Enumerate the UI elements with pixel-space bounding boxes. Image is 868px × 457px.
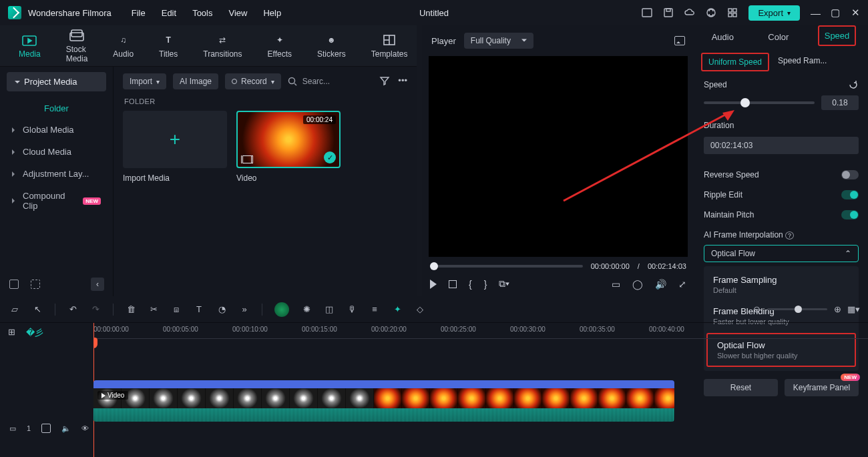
uniform-speed-tab[interactable]: Uniform Speed bbox=[701, 53, 769, 71]
cloud-icon[interactable] bbox=[684, 7, 695, 18]
view-mode-icon[interactable]: ▦▾ bbox=[848, 304, 859, 315]
reverse-toggle[interactable] bbox=[841, 170, 859, 179]
pitch-toggle[interactable] bbox=[841, 210, 859, 219]
keyframe-tool-icon[interactable]: ◇ bbox=[415, 304, 425, 315]
interp-dropdown[interactable]: Optical Flow⌃ bbox=[704, 245, 859, 262]
tab-stock-media[interactable]: Stock Media bbox=[66, 29, 88, 63]
zoom-out-icon[interactable]: ⊖ bbox=[753, 304, 761, 314]
menu-view[interactable]: View bbox=[228, 8, 247, 18]
split-icon[interactable]: ✂ bbox=[148, 304, 159, 315]
crop-icon[interactable]: ⧉▾ bbox=[499, 278, 509, 290]
window-minimize[interactable]: — bbox=[811, 7, 820, 19]
track-mute-icon[interactable]: 🔈 bbox=[61, 424, 71, 433]
panel-tab-speed[interactable]: Speed bbox=[818, 25, 857, 46]
more-icon[interactable]: ••• bbox=[398, 75, 407, 88]
new-bin-icon[interactable] bbox=[31, 280, 40, 289]
mark-out-icon[interactable]: } bbox=[484, 279, 487, 290]
speed-slider[interactable] bbox=[704, 101, 815, 104]
marker-tool-icon[interactable]: ✦ bbox=[392, 304, 403, 315]
menu-help[interactable]: Help bbox=[263, 8, 281, 18]
fullscreen-icon[interactable]: ⤢ bbox=[678, 279, 686, 290]
stop-button[interactable] bbox=[449, 280, 457, 288]
speed-tool-icon[interactable]: ◔ bbox=[216, 304, 227, 315]
import-dropdown[interactable]: Import▾ bbox=[123, 73, 166, 89]
crop-tool-icon[interactable]: ⧆ bbox=[171, 304, 182, 315]
sidebar-cloud-media[interactable]: Cloud Media bbox=[0, 141, 113, 163]
audio-tool-icon[interactable]: 🎙 bbox=[347, 304, 357, 315]
mark-in-icon[interactable]: { bbox=[469, 279, 472, 290]
color-tool-icon[interactable]: ✺ bbox=[301, 304, 312, 315]
preview-viewport[interactable] bbox=[429, 56, 688, 257]
speed-label: Speed bbox=[704, 80, 727, 89]
menu-file[interactable]: File bbox=[132, 8, 146, 18]
delete-icon[interactable]: 🗑 bbox=[126, 304, 136, 315]
track-lock-icon[interactable] bbox=[41, 424, 51, 433]
camera-icon[interactable]: ◯ bbox=[632, 279, 643, 290]
support-icon[interactable] bbox=[706, 7, 716, 18]
zoom-slider[interactable] bbox=[767, 308, 827, 310]
add-track-icon[interactable]: ⊞ bbox=[8, 327, 15, 339]
playback-scrubber[interactable] bbox=[430, 265, 583, 268]
project-media-dropdown[interactable]: Project Media bbox=[7, 72, 106, 91]
text-tool-icon[interactable]: T bbox=[194, 304, 204, 315]
tab-templates[interactable]: Templates bbox=[371, 33, 408, 59]
quality-select[interactable]: Full Quality bbox=[464, 33, 533, 49]
link-icon[interactable]: �彡 bbox=[26, 327, 43, 339]
speed-value[interactable]: 0.18 bbox=[821, 95, 859, 110]
menu-edit[interactable]: Edit bbox=[162, 8, 176, 18]
tab-titles[interactable]: TTitles bbox=[159, 33, 178, 59]
menu-bar: File Edit Tools View Help bbox=[132, 8, 281, 18]
window-maximize[interactable]: ▢ bbox=[831, 7, 840, 19]
video-thumbnail[interactable]: 00:00:24 ✓ bbox=[236, 111, 341, 168]
panel-tab-color[interactable]: Color bbox=[763, 28, 794, 46]
video-clip[interactable]: Video bbox=[93, 380, 674, 422]
folder-selected[interactable]: Folder bbox=[0, 97, 113, 119]
pointer-tool-icon[interactable]: ▱ bbox=[9, 304, 20, 315]
menu-tools[interactable]: Tools bbox=[192, 8, 212, 18]
timeline-tracks[interactable]: 00:00:00:00 00:00:05:00 00:00:10:00 00:0… bbox=[93, 323, 868, 457]
more-tools-icon[interactable]: » bbox=[239, 304, 250, 315]
reset-speed-icon[interactable] bbox=[848, 79, 859, 90]
display-icon[interactable]: ▭ bbox=[612, 279, 620, 290]
mask-tool-icon[interactable]: ◫ bbox=[324, 304, 335, 315]
track-visibility-icon[interactable]: 👁 bbox=[81, 424, 89, 432]
collapse-sidebar[interactable]: ‹ bbox=[91, 278, 104, 291]
window-close[interactable]: ✕ bbox=[851, 7, 860, 19]
import-media-tile[interactable]: + bbox=[123, 111, 227, 168]
track-video-icon[interactable]: ▭ bbox=[9, 424, 16, 433]
filter-icon[interactable] bbox=[379, 75, 390, 88]
duration-value[interactable]: 00:02:14:03 bbox=[704, 137, 859, 154]
align-tool-icon[interactable]: ≡ bbox=[369, 304, 380, 315]
sidebar-compound-clip[interactable]: Compound ClipNEW bbox=[0, 185, 113, 217]
tab-stickers[interactable]: ☻Stickers bbox=[317, 33, 346, 59]
speed-ramp-tab[interactable]: Speed Ram... bbox=[772, 53, 833, 71]
panel-tab-audio[interactable]: Audio bbox=[706, 28, 739, 46]
play-button[interactable] bbox=[430, 280, 437, 289]
snapshot-icon[interactable] bbox=[674, 36, 685, 45]
export-button[interactable]: Export▾ bbox=[748, 5, 800, 21]
ai-tool-icon[interactable] bbox=[274, 302, 289, 317]
record-dropdown[interactable]: Record▾ bbox=[225, 73, 281, 89]
save-icon[interactable] bbox=[663, 7, 674, 18]
new-folder-icon[interactable] bbox=[9, 280, 19, 289]
ripple-toggle[interactable] bbox=[841, 190, 859, 199]
tab-effects[interactable]: ✦Effects bbox=[268, 33, 292, 59]
timeline-panel: ▱ ↖ ↶ ↷ 🗑 ✂ ⧆ T ◔ » ✺ ◫ 🎙 ≡ ✦ ◇ ⊖ ⊕ ▦▾ ⊞… bbox=[0, 296, 868, 457]
search-input[interactable]: Searc... bbox=[288, 77, 330, 86]
zoom-in-icon[interactable]: ⊕ bbox=[834, 304, 841, 314]
title-bar: Wondershare Filmora File Edit Tools View… bbox=[0, 0, 868, 25]
undo-icon[interactable]: ↶ bbox=[67, 304, 78, 315]
volume-icon[interactable]: 🔊 bbox=[655, 279, 666, 290]
sidebar-global-media[interactable]: Global Media bbox=[0, 119, 113, 141]
redo-icon[interactable]: ↷ bbox=[90, 304, 101, 315]
tab-audio[interactable]: ♫Audio bbox=[113, 33, 134, 59]
opt-frame-sampling[interactable]: Frame SamplingDefault bbox=[704, 269, 859, 300]
select-tool-icon[interactable]: ↖ bbox=[32, 304, 43, 315]
layout-icon[interactable] bbox=[642, 7, 652, 18]
tab-transitions[interactable]: ⇄Transitions bbox=[203, 33, 242, 59]
tab-media[interactable]: Media bbox=[19, 33, 41, 59]
apps-icon[interactable] bbox=[727, 7, 738, 18]
ai-image-button[interactable]: AI Image bbox=[173, 73, 218, 89]
time-ruler[interactable]: 00:00:00:00 00:00:05:00 00:00:10:00 00:0… bbox=[93, 323, 868, 339]
sidebar-adjustment-layer[interactable]: Adjustment Lay... bbox=[0, 163, 113, 185]
